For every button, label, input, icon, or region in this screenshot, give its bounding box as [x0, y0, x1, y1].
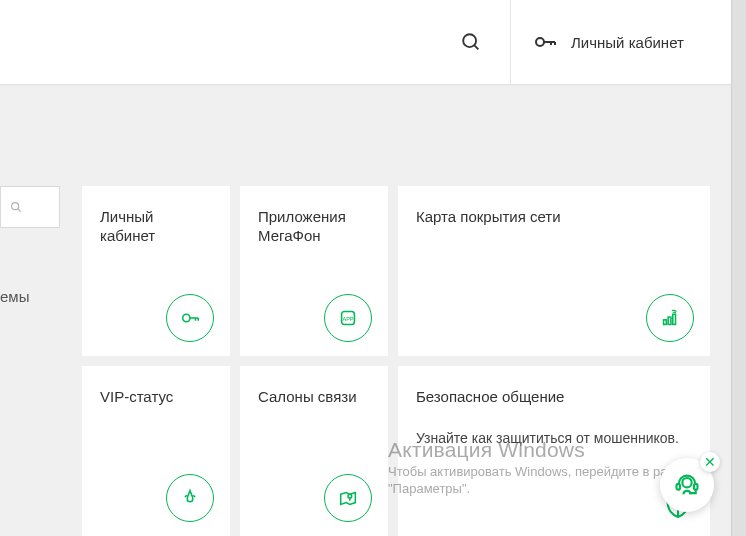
- svg-point-6: [12, 203, 19, 210]
- card-title: VIP-статус: [100, 388, 212, 407]
- svg-point-8: [183, 314, 190, 321]
- svg-point-17: [348, 494, 352, 498]
- personal-cabinet-link[interactable]: Личный кабинет: [511, 0, 746, 84]
- card-coverage-map[interactable]: Карта покрытия сети: [398, 186, 710, 356]
- card-vip-status[interactable]: VIP-статус: [82, 366, 230, 536]
- svg-rect-14: [664, 320, 667, 325]
- scrollbar-area[interactable]: [731, 0, 746, 536]
- personal-cabinet-label: Личный кабинет: [571, 34, 684, 51]
- svg-rect-15: [668, 317, 671, 324]
- card-title: Карта покрытия сети: [416, 208, 692, 227]
- svg-point-20: [682, 478, 691, 487]
- support-chat-button[interactable]: ✕: [660, 458, 714, 512]
- card-title: Личный кабинет: [100, 208, 212, 246]
- header-search-area[interactable]: [0, 0, 511, 84]
- card-subtitle: Узнайте как защититься от мошенников.: [416, 429, 692, 447]
- svg-text:APP: APP: [342, 316, 353, 322]
- card-title: Салоны связи: [258, 388, 370, 407]
- svg-point-0: [463, 34, 476, 47]
- card-personal-cabinet[interactable]: Личный кабинет: [82, 186, 230, 356]
- search-icon: [9, 200, 23, 214]
- svg-rect-22: [694, 484, 698, 490]
- svg-line-1: [474, 45, 478, 49]
- card-title: Безопасное общение: [416, 388, 692, 407]
- search-icon: [460, 31, 482, 53]
- sidebar-search-input[interactable]: [0, 186, 60, 228]
- svg-rect-21: [677, 484, 681, 490]
- svg-rect-16: [673, 314, 676, 324]
- signal-icon: [646, 294, 694, 342]
- close-icon[interactable]: ✕: [700, 452, 720, 472]
- card-apps[interactable]: Приложения МегаФон APP: [240, 186, 388, 356]
- svg-line-7: [18, 209, 21, 212]
- card-safe-communication[interactable]: Безопасное общение Узнайте как защититьс…: [398, 366, 710, 536]
- sidebar-category-label[interactable]: емы: [0, 288, 65, 305]
- header-shadow: [0, 84, 746, 86]
- crown-icon: [166, 474, 214, 522]
- card-title: Приложения МегаФон: [258, 208, 370, 246]
- header: Личный кабинет: [0, 0, 746, 84]
- key-icon: [166, 294, 214, 342]
- svg-point-2: [536, 38, 544, 46]
- map-pin-icon: [324, 474, 372, 522]
- card-stores[interactable]: Салоны связи: [240, 366, 388, 536]
- headset-icon: [673, 471, 701, 499]
- sidebar-fragment: емы: [0, 186, 65, 375]
- cards-grid: Личный кабинет Приложения МегаФон APP К: [82, 186, 720, 536]
- app-icon: APP: [324, 294, 372, 342]
- key-icon: [533, 30, 557, 54]
